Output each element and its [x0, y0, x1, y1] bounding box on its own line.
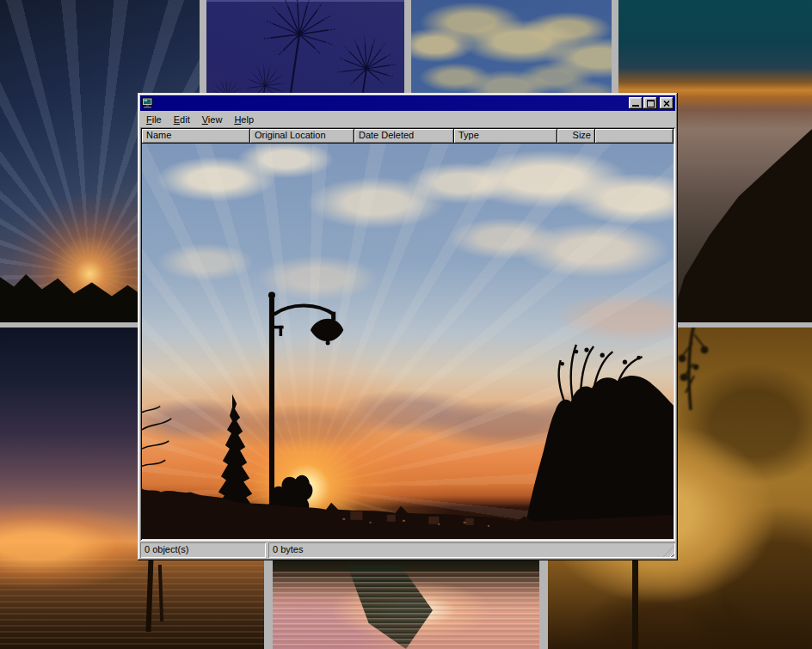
status-object-count: 0 object(s) — [140, 542, 266, 558]
list-viewport-sunset-photo[interactable] — [142, 144, 674, 539]
column-header-size[interactable]: Size — [557, 129, 595, 144]
column-header-original-location[interactable]: Original Location — [250, 129, 354, 144]
minimize-icon — [632, 105, 639, 107]
recycle-bin-window: File Edit View Help Name Original Locati… — [138, 93, 678, 560]
menu-bar: File Edit View Help — [140, 111, 675, 127]
menu-help[interactable]: Help — [228, 113, 260, 127]
column-header-row: Name Original Location Date Deleted Type… — [142, 129, 674, 144]
left-twigs — [142, 407, 171, 467]
minimize-button[interactable] — [629, 97, 643, 109]
menu-file[interactable]: File — [140, 113, 168, 127]
title-bar[interactable] — [140, 95, 675, 111]
lamp-arm — [274, 306, 334, 315]
maximize-button[interactable] — [643, 97, 657, 109]
lamp-head — [311, 319, 343, 341]
photo-silhouettes — [142, 144, 674, 539]
status-size: 0 bytes — [268, 542, 675, 558]
menu-view[interactable]: View — [196, 113, 229, 127]
lamp-finial — [268, 292, 275, 299]
maximize-icon — [647, 100, 655, 107]
column-header-blank[interactable] — [595, 129, 674, 144]
column-header-name[interactable]: Name — [142, 129, 250, 144]
resize-grip[interactable] — [663, 546, 674, 557]
desktop: File Edit View Help Name Original Locati… — [0, 0, 812, 649]
column-header-type[interactable]: Type — [454, 129, 557, 144]
computer-icon — [142, 97, 154, 109]
tree-cluster-silhouette — [522, 376, 674, 539]
list-view: Name Original Location Date Deleted Type… — [140, 127, 675, 541]
menu-edit[interactable]: Edit — [168, 113, 196, 127]
bg-water-streaks — [0, 559, 264, 649]
close-button[interactable] — [660, 97, 674, 109]
column-header-date-deleted[interactable]: Date Deleted — [354, 129, 454, 144]
bg-water-ripples — [273, 572, 539, 649]
close-icon — [663, 101, 670, 107]
status-bar: 0 object(s) 0 bytes — [140, 542, 675, 558]
window-controls — [629, 97, 674, 109]
bg-lamp-pole-silhouette — [632, 558, 638, 649]
